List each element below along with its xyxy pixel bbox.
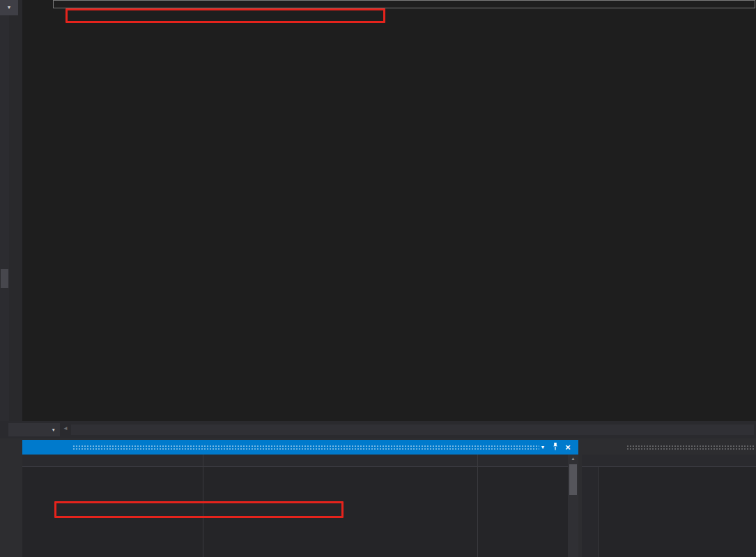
window-position-chevron-icon[interactable]: ▼: [538, 440, 548, 455]
annotation-box-code: [65, 8, 385, 23]
code-editor[interactable]: ▼: [0, 0, 756, 421]
zoom-level-value: [8, 425, 14, 434]
splitter-dropdown[interactable]: ▼: [0, 0, 18, 15]
scrollbar-thumb[interactable]: [569, 464, 577, 495]
zoom-level-dropdown[interactable]: ▼: [8, 423, 60, 436]
call-stack-header-row: [582, 455, 756, 467]
breakpoint-margin[interactable]: [9, 0, 22, 421]
chevron-down-icon: ▼: [7, 5, 12, 10]
titlebar-grip: [72, 445, 539, 450]
titlebar-grip: [626, 445, 755, 450]
visual-studio-debug-view: ▼ ▼ ◄ ▼ × ▲: [0, 0, 756, 557]
editor-bottom-bar: ▼ ◄: [0, 421, 756, 438]
left-scrollbar[interactable]: [0, 0, 9, 421]
left-scrollbar-thumb[interactable]: [1, 269, 8, 288]
scroll-left-icon[interactable]: ◄: [63, 425, 68, 432]
autos-titlebar[interactable]: ▼ ×: [22, 440, 578, 455]
code-lines: [0, 0, 756, 421]
pin-icon[interactable]: [550, 440, 560, 455]
autos-header-row: [22, 455, 578, 467]
scrollbar-up-icon[interactable]: ▲: [568, 456, 578, 461]
horizontal-scrollbar[interactable]: [71, 425, 754, 435]
current-statement-highlight: [53, 0, 755, 8]
annotation-box-fp-gun-row: [54, 501, 344, 518]
close-icon[interactable]: ×: [563, 440, 573, 455]
autos-vertical-scrollbar[interactable]: ▲: [568, 455, 578, 557]
call-stack-titlebar[interactable]: [582, 440, 756, 455]
autos-window: ▼ × ▲: [22, 440, 578, 557]
chevron-down-icon: ▼: [52, 423, 56, 436]
call-stack-margin: [582, 467, 599, 557]
call-stack-window: [582, 440, 756, 557]
